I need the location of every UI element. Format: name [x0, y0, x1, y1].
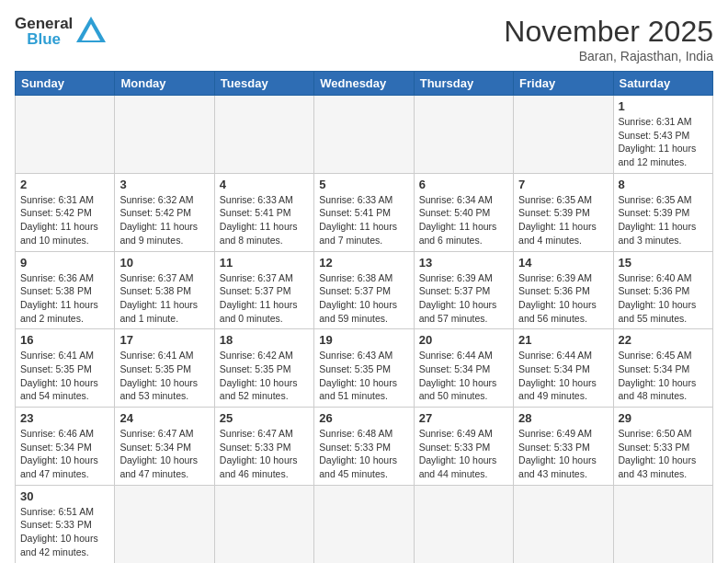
- day-cell: [115, 485, 214, 563]
- day-cell: 8Sunrise: 6:35 AMSunset: 5:39 PMDaylight…: [613, 173, 712, 251]
- day-cell: 19Sunrise: 6:43 AMSunset: 5:35 PMDayligh…: [314, 329, 414, 408]
- day-cell: [514, 485, 613, 563]
- day-number: 23: [20, 411, 109, 425]
- week-row-5: 23Sunrise: 6:46 AMSunset: 5:34 PMDayligh…: [16, 408, 713, 486]
- day-cell: 28Sunrise: 6:49 AMSunset: 5:33 PMDayligh…: [514, 408, 613, 486]
- day-info: Sunrise: 6:46 AMSunset: 5:34 PMDaylight:…: [20, 427, 109, 481]
- day-number: 25: [220, 411, 309, 425]
- day-cell: 16Sunrise: 6:41 AMSunset: 5:35 PMDayligh…: [16, 329, 115, 408]
- day-number: 19: [319, 333, 408, 347]
- day-cell: [613, 485, 712, 563]
- day-info: Sunrise: 6:37 AMSunset: 5:37 PMDaylight:…: [220, 271, 309, 326]
- day-number: 29: [619, 411, 708, 425]
- week-row-1: 1Sunrise: 6:31 AMSunset: 5:43 PMDaylight…: [16, 96, 713, 174]
- day-cell: [16, 96, 115, 174]
- day-info: Sunrise: 6:45 AMSunset: 5:34 PMDaylight:…: [619, 349, 708, 403]
- day-cell: 24Sunrise: 6:47 AMSunset: 5:34 PMDayligh…: [115, 408, 214, 486]
- day-number: 9: [20, 256, 109, 270]
- day-info: Sunrise: 6:31 AMSunset: 5:42 PMDaylight:…: [20, 193, 109, 247]
- day-info: Sunrise: 6:37 AMSunset: 5:38 PMDaylight:…: [119, 271, 209, 326]
- day-info: Sunrise: 6:35 AMSunset: 5:39 PMDaylight:…: [619, 193, 708, 247]
- day-number: 18: [220, 333, 309, 347]
- day-cell: 1Sunrise: 6:31 AMSunset: 5:43 PMDaylight…: [613, 96, 712, 174]
- month-title: November 2025: [504, 15, 713, 49]
- day-cell: 9Sunrise: 6:36 AMSunset: 5:38 PMDaylight…: [16, 251, 115, 329]
- day-cell: 20Sunrise: 6:44 AMSunset: 5:34 PMDayligh…: [414, 329, 513, 408]
- day-number: 5: [319, 178, 408, 191]
- day-cell: 11Sunrise: 6:37 AMSunset: 5:37 PMDayligh…: [214, 251, 313, 329]
- day-number: 16: [20, 333, 109, 347]
- day-number: 26: [319, 411, 408, 425]
- day-cell: 26Sunrise: 6:48 AMSunset: 5:33 PMDayligh…: [314, 408, 414, 486]
- day-info: Sunrise: 6:50 AMSunset: 5:33 PMDaylight:…: [619, 427, 708, 481]
- day-info: Sunrise: 6:39 AMSunset: 5:37 PMDaylight:…: [419, 271, 508, 326]
- weekday-header-row: SundayMondayTuesdayWednesdayThursdayFrid…: [16, 72, 713, 96]
- day-cell: 2Sunrise: 6:31 AMSunset: 5:42 PMDaylight…: [16, 173, 115, 251]
- day-info: Sunrise: 6:41 AMSunset: 5:35 PMDaylight:…: [20, 349, 109, 403]
- day-cell: 6Sunrise: 6:34 AMSunset: 5:40 PMDaylight…: [414, 173, 513, 251]
- day-cell: 4Sunrise: 6:33 AMSunset: 5:41 PMDaylight…: [214, 173, 313, 251]
- day-cell: 12Sunrise: 6:38 AMSunset: 5:37 PMDayligh…: [314, 251, 414, 329]
- day-info: Sunrise: 6:32 AMSunset: 5:42 PMDaylight:…: [119, 193, 209, 247]
- day-number: 4: [220, 178, 309, 191]
- weekday-sunday: Sunday: [16, 72, 115, 96]
- weekday-thursday: Thursday: [414, 72, 513, 96]
- day-info: Sunrise: 6:48 AMSunset: 5:33 PMDaylight:…: [319, 427, 408, 481]
- day-number: 20: [419, 333, 508, 347]
- day-info: Sunrise: 6:40 AMSunset: 5:36 PMDaylight:…: [619, 271, 708, 326]
- day-info: Sunrise: 6:33 AMSunset: 5:41 PMDaylight:…: [220, 193, 309, 247]
- calendar-table: SundayMondayTuesdayWednesdayThursdayFrid…: [15, 71, 713, 563]
- day-number: 24: [119, 411, 209, 425]
- weekday-wednesday: Wednesday: [314, 72, 414, 96]
- day-cell: 15Sunrise: 6:40 AMSunset: 5:36 PMDayligh…: [613, 251, 712, 329]
- day-cell: 3Sunrise: 6:32 AMSunset: 5:42 PMDaylight…: [115, 173, 214, 251]
- day-number: 30: [20, 489, 109, 503]
- day-cell: 10Sunrise: 6:37 AMSunset: 5:38 PMDayligh…: [115, 251, 214, 329]
- day-number: 22: [619, 333, 708, 347]
- day-info: Sunrise: 6:49 AMSunset: 5:33 PMDaylight:…: [419, 427, 508, 481]
- day-info: Sunrise: 6:41 AMSunset: 5:35 PMDaylight:…: [119, 349, 209, 403]
- day-info: Sunrise: 6:43 AMSunset: 5:35 PMDaylight:…: [319, 349, 408, 403]
- week-row-6: 30Sunrise: 6:51 AMSunset: 5:33 PMDayligh…: [16, 485, 713, 563]
- day-cell: 17Sunrise: 6:41 AMSunset: 5:35 PMDayligh…: [115, 329, 214, 408]
- logo-triangle-icon: [74, 15, 108, 48]
- day-number: 21: [518, 333, 608, 347]
- day-cell: [214, 485, 313, 563]
- day-cell: [514, 96, 613, 174]
- day-cell: 7Sunrise: 6:35 AMSunset: 5:39 PMDaylight…: [514, 173, 613, 251]
- week-row-3: 9Sunrise: 6:36 AMSunset: 5:38 PMDaylight…: [16, 251, 713, 329]
- day-cell: [115, 96, 214, 174]
- logo-container: General Blue: [15, 15, 108, 48]
- day-number: 15: [619, 256, 708, 270]
- page-header: General Blue November 2025 Baran, Rajast…: [15, 15, 713, 63]
- logo-general-text: General: [15, 16, 73, 31]
- week-row-4: 16Sunrise: 6:41 AMSunset: 5:35 PMDayligh…: [16, 329, 713, 408]
- day-cell: 18Sunrise: 6:42 AMSunset: 5:35 PMDayligh…: [214, 329, 313, 408]
- day-number: 11: [220, 256, 309, 270]
- day-info: Sunrise: 6:49 AMSunset: 5:33 PMDaylight:…: [518, 427, 608, 481]
- day-cell: 13Sunrise: 6:39 AMSunset: 5:37 PMDayligh…: [414, 251, 513, 329]
- day-info: Sunrise: 6:42 AMSunset: 5:35 PMDaylight:…: [220, 349, 309, 403]
- day-cell: 23Sunrise: 6:46 AMSunset: 5:34 PMDayligh…: [16, 408, 115, 486]
- day-cell: [314, 485, 414, 563]
- day-info: Sunrise: 6:31 AMSunset: 5:43 PMDaylight:…: [619, 115, 708, 169]
- day-number: 28: [518, 411, 608, 425]
- day-number: 13: [419, 256, 508, 270]
- day-info: Sunrise: 6:36 AMSunset: 5:38 PMDaylight:…: [20, 271, 109, 326]
- day-cell: 29Sunrise: 6:50 AMSunset: 5:33 PMDayligh…: [613, 408, 712, 486]
- day-cell: 25Sunrise: 6:47 AMSunset: 5:33 PMDayligh…: [214, 408, 313, 486]
- day-cell: 5Sunrise: 6:33 AMSunset: 5:41 PMDaylight…: [314, 173, 414, 251]
- day-info: Sunrise: 6:44 AMSunset: 5:34 PMDaylight:…: [518, 349, 608, 403]
- day-cell: 21Sunrise: 6:44 AMSunset: 5:34 PMDayligh…: [514, 329, 613, 408]
- day-number: 6: [419, 178, 508, 191]
- day-number: 10: [119, 256, 209, 270]
- day-info: Sunrise: 6:39 AMSunset: 5:36 PMDaylight:…: [518, 271, 608, 326]
- day-cell: 22Sunrise: 6:45 AMSunset: 5:34 PMDayligh…: [613, 329, 712, 408]
- logo-blue-text: Blue: [27, 31, 61, 47]
- title-area: November 2025 Baran, Rajasthan, India: [504, 15, 713, 63]
- weekday-monday: Monday: [115, 72, 214, 96]
- day-number: 1: [619, 99, 708, 113]
- day-number: 27: [419, 411, 508, 425]
- day-number: 14: [518, 256, 608, 270]
- logo: General Blue: [15, 15, 108, 48]
